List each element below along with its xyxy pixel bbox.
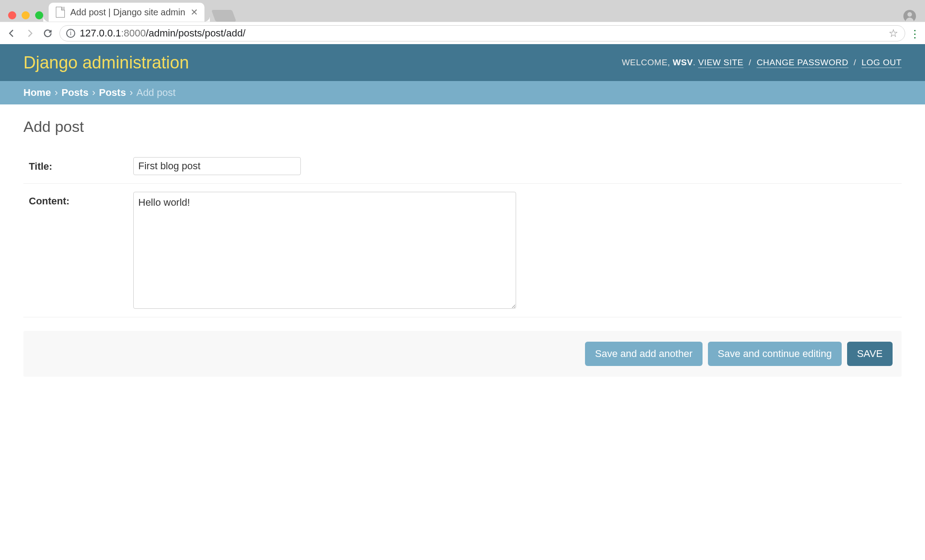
browser-menu-icon[interactable]: ⋯ [909,29,921,38]
site-info-icon[interactable]: i [66,29,75,38]
title-label: Title: [29,157,133,172]
new-tab-button[interactable] [212,10,236,22]
breadcrumb-separator: › [54,87,58,99]
breadcrumb-app[interactable]: Posts [61,87,88,99]
content-label: Content: [29,192,133,207]
username: WSV [673,58,693,67]
breadcrumbs: Home › Posts › Posts › Add post [0,81,925,104]
window-controls [8,11,43,19]
breadcrumb-separator: › [130,87,133,99]
back-button[interactable] [5,28,18,38]
url-port: :8000 [121,27,146,39]
window-close-button[interactable] [8,11,16,19]
bookmark-star-icon[interactable]: ☆ [889,27,898,40]
browser-tab-active[interactable]: Add post | Django site admin ✕ [49,3,204,22]
forward-button[interactable] [23,28,36,38]
form-row-content: Content: [23,184,902,317]
save-continue-button[interactable]: Save and continue editing [708,342,842,366]
window-maximize-button[interactable] [35,11,43,19]
breadcrumb-model[interactable]: Posts [99,87,126,99]
page-icon [56,7,65,18]
breadcrumb-current: Add post [136,87,176,99]
profile-icon[interactable] [903,10,916,23]
tab-title: Add post | Django site admin [70,7,185,18]
form-row-title: Title: [23,149,902,184]
tab-close-icon[interactable]: ✕ [190,7,198,18]
breadcrumb-home[interactable]: Home [23,87,51,99]
page: Django administration WELCOME, WSV. VIEW… [0,44,925,560]
title-input[interactable] [133,157,301,175]
content-textarea[interactable] [133,192,516,309]
browser-chrome: Add post | Django site admin ✕ i 127.0.0… [0,0,925,44]
breadcrumb-separator: › [92,87,95,99]
tab-bar: Add post | Django site admin ✕ [49,3,234,22]
welcome-label: WELCOME, [622,58,670,67]
site-title: Django administration [23,53,189,72]
save-button[interactable]: SAVE [847,342,893,366]
save-add-another-button[interactable]: Save and add another [585,342,703,366]
page-title: Add post [23,118,902,135]
url-path: /admin/posts/post/add/ [146,27,245,39]
admin-header: Django administration WELCOME, WSV. VIEW… [0,44,925,81]
window-minimize-button[interactable] [22,11,30,19]
reload-button[interactable] [41,28,54,38]
address-bar[interactable]: i 127.0.0.1:8000/admin/posts/post/add/ ☆ [59,25,905,41]
content: Add post Title: Content: Save and add an… [0,104,925,395]
view-site-link[interactable]: VIEW SITE [698,58,744,68]
submit-row: Save and add another Save and continue e… [23,331,902,377]
user-links: WELCOME, WSV. VIEW SITE / CHANGE PASSWOR… [622,58,902,68]
url-host: 127.0.0.1 [80,27,121,39]
change-password-link[interactable]: CHANGE PASSWORD [757,58,848,68]
browser-toolbar: i 127.0.0.1:8000/admin/posts/post/add/ ☆… [0,22,925,44]
log-out-link[interactable]: LOG OUT [862,58,902,68]
